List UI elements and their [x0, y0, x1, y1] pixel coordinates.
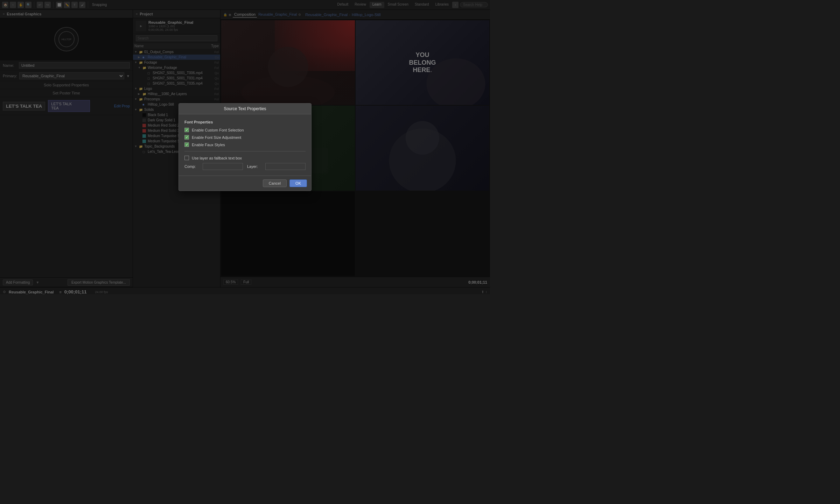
- source-text-dialog: Source Text Properties Font Properties ✓…: [178, 103, 312, 191]
- checkbox-label-1: Enable Custom Font Selection: [192, 128, 244, 132]
- checkbox-row-3: ✓ Enable Faux Styles: [184, 142, 306, 147]
- dialog-separator: [184, 151, 306, 151]
- comp-field-input[interactable]: [203, 163, 243, 170]
- checkbox-fallback[interactable]: [184, 156, 189, 160]
- checkbox-label-3: Enable Faux Styles: [192, 143, 225, 147]
- checkbox-faux-styles[interactable]: ✓: [184, 142, 189, 147]
- checkbox-font-size[interactable]: ✓: [184, 135, 189, 140]
- checkbox-label-2: Enable Font Size Adjustment: [192, 135, 241, 140]
- dialog-body: Font Properties ✓ Enable Custom Font Sel…: [179, 114, 311, 176]
- dialog-footer: Cancel OK: [179, 176, 311, 191]
- checkbox-row-2: ✓ Enable Font Size Adjustment: [184, 135, 306, 140]
- checkbox-row-1: ✓ Enable Custom Font Selection: [184, 128, 306, 132]
- layer-field-label: Layer:: [247, 164, 261, 169]
- dialog-overlay: Source Text Properties Font Properties ✓…: [0, 0, 490, 294]
- dialog-comp-row: Comp: Layer:: [184, 163, 306, 170]
- dialog-ok-btn[interactable]: OK: [289, 179, 307, 187]
- layer-field-input[interactable]: [265, 163, 306, 170]
- checkbox-label-4: Use layer as fallback text box: [192, 156, 242, 160]
- checkbox-row-4: Use layer as fallback text box: [184, 156, 306, 160]
- dialog-title: Source Text Properties: [179, 104, 311, 114]
- comp-field-label: Comp:: [184, 164, 198, 169]
- dialog-cancel-btn[interactable]: Cancel: [263, 179, 287, 187]
- dialog-section-label: Font Properties: [184, 120, 306, 124]
- checkbox-custom-font[interactable]: ✓: [184, 128, 189, 132]
